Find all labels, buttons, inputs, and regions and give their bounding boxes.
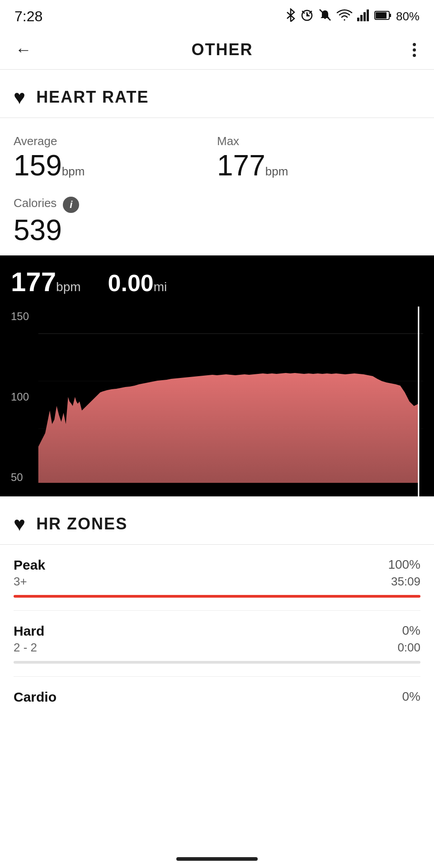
zone-hard-time: 0:00 — [397, 641, 420, 655]
status-time: 7:28 — [14, 8, 42, 25]
zones-heart-icon: ♥ — [14, 513, 25, 535]
page-title: OTHER — [192, 40, 253, 59]
average-value: 159bpm — [14, 151, 217, 180]
dot3 — [413, 54, 416, 57]
zone-hard-name: Hard — [14, 623, 44, 639]
chart-dist-display: 0.00mi — [108, 269, 167, 297]
calories-value: 539 — [14, 216, 420, 245]
y-label-50: 50 — [11, 472, 29, 483]
battery-icon — [374, 9, 392, 24]
zone-cardio: Cardio 0% — [0, 677, 434, 705]
more-menu-button[interactable] — [408, 41, 420, 59]
calories-stat: Calories i 539 — [14, 196, 420, 245]
svg-rect-3 — [360, 15, 363, 21]
zone-hard: Hard 0% 2 - 2 0:00 — [0, 611, 434, 664]
dot2 — [413, 48, 416, 52]
zone-peak-pct: 100% — [388, 557, 420, 572]
dot1 — [413, 43, 416, 46]
svg-rect-8 — [390, 14, 391, 17]
zone-peak-name: Peak — [14, 557, 45, 573]
zone-peak-range: 3+ — [14, 575, 27, 589]
y-label-150: 150 — [11, 311, 29, 322]
zone-peak-time: 35:09 — [391, 575, 420, 589]
average-label: Average — [14, 134, 217, 148]
y-label-100: 100 — [11, 392, 29, 402]
chart-svg — [11, 307, 423, 496]
svg-rect-4 — [363, 12, 366, 21]
bottom-spacer — [0, 707, 434, 743]
heart-rate-section-header: ♥ HEART RATE — [0, 70, 434, 118]
hr-zones-section: ♥ HR ZONES Peak 100% 3+ 35:09 Hard 0% 2 … — [0, 496, 434, 705]
heart-rate-chart[interactable]: 150 100 50 — [11, 307, 423, 496]
zone-cardio-pct: 0% — [402, 689, 420, 704]
mute-icon — [318, 8, 332, 25]
heart-rate-title: HEART RATE — [36, 88, 149, 107]
average-unit: bpm — [62, 165, 85, 178]
calories-label: Calories — [14, 196, 57, 210]
chart-y-labels: 150 100 50 — [11, 307, 29, 496]
max-label: Max — [217, 134, 420, 148]
zone-peak: Peak 100% 3+ 35:09 — [0, 545, 434, 598]
max-unit: bpm — [265, 165, 288, 178]
svg-rect-5 — [367, 9, 369, 21]
zone-hard-bar — [14, 661, 420, 664]
home-bar — [176, 857, 258, 861]
hr-zones-title: HR ZONES — [36, 514, 127, 533]
calories-info-icon[interactable]: i — [63, 197, 79, 213]
signal-icon — [357, 9, 370, 24]
average-stat: Average 159bpm — [14, 134, 217, 180]
back-button[interactable]: ← — [11, 38, 36, 61]
bluetooth-icon — [286, 8, 296, 25]
zone-cardio-name: Cardio — [14, 689, 57, 705]
status-icons: 80% — [286, 8, 420, 25]
heart-rate-stats: Average 159bpm Max 177bpm Calories i 539 — [0, 118, 434, 255]
top-nav: ← OTHER — [0, 30, 434, 70]
alarm-icon — [300, 8, 314, 25]
zone-hard-pct: 0% — [402, 623, 420, 638]
svg-rect-2 — [357, 18, 359, 21]
heart-rate-chart-panel[interactable]: 177bpm 0.00mi 150 100 50 — [0, 255, 434, 496]
max-stat: Max 177bpm — [217, 134, 420, 180]
home-indicator — [0, 846, 434, 868]
battery-pct: 80% — [396, 9, 420, 24]
heart-icon: ♥ — [14, 86, 25, 108]
zone-peak-bar — [14, 595, 420, 598]
hr-zones-header: ♥ HR ZONES — [0, 496, 434, 545]
max-value: 177bpm — [217, 151, 420, 180]
zone-hard-range: 2 - 2 — [14, 641, 37, 655]
chart-overlay: 177bpm 0.00mi — [11, 266, 423, 297]
chart-bpm-display: 177bpm — [11, 266, 81, 297]
cursor-arrow — [410, 307, 423, 308]
status-bar: 7:28 — [0, 0, 434, 30]
wifi-icon — [336, 9, 353, 24]
svg-rect-7 — [376, 12, 387, 19]
